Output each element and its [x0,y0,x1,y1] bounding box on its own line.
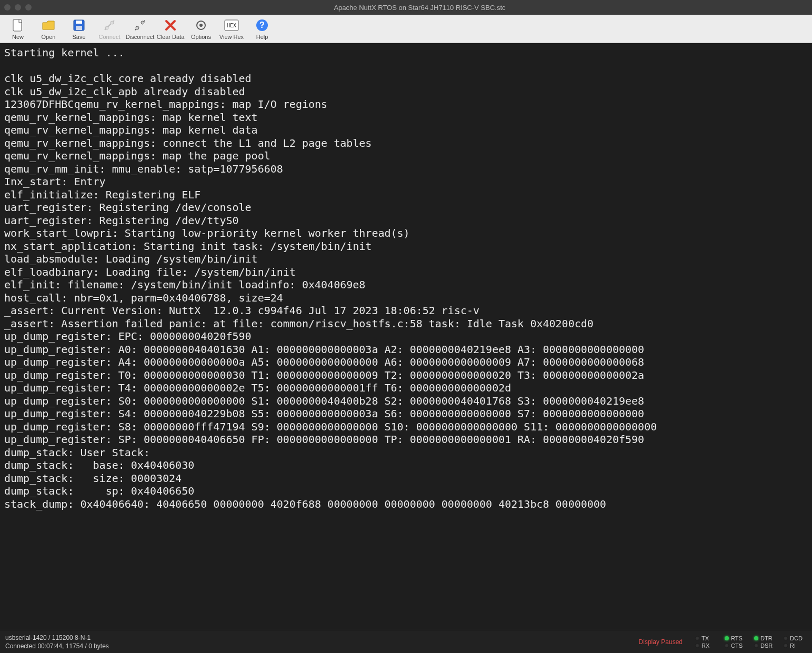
svg-rect-0 [13,19,22,31]
open-folder-icon [41,18,56,33]
hex-icon: HEX [224,18,239,33]
svg-point-9 [199,24,203,27]
zoom-window-button[interactable] [25,4,32,11]
svg-point-7 [141,21,144,24]
disconnect-plug-icon [133,18,147,33]
led-dsr: DSR [754,642,777,649]
led-tx: TX [695,635,718,641]
status-paused: Display Paused [631,638,690,646]
clear-data-label: Clear Data [157,34,185,40]
new-file-icon [11,18,25,33]
led-rts: RTS [725,635,748,641]
svg-rect-3 [76,26,82,30]
clear-data-button[interactable]: Clear Data [156,16,185,42]
save-disk-icon [72,18,86,33]
status-connected: Connected 00:07:44, 11754 / 0 bytes [5,642,626,650]
connect-plug-icon [102,18,117,33]
minimize-window-button[interactable] [15,4,21,11]
svg-text:?: ? [259,21,265,29]
svg-text:HEX: HEX [227,23,236,28]
save-label: Save [72,34,85,40]
close-window-button[interactable] [4,4,11,11]
window-title: Apache NuttX RTOS on Star64 JH7110 RISC-… [32,4,808,12]
statusbar-left: usbserial-1420 / 115200 8-N-1 Connected … [0,632,631,652]
led-dcd: DCD [784,635,807,641]
options-gear-icon [194,18,208,33]
window-titlebar: Apache NuttX RTOS on Star64 JH7110 RISC-… [0,0,812,15]
options-label: Options [191,34,211,40]
disconnect-button[interactable]: Disconnect [125,16,155,42]
status-port: usbserial-1420 / 115200 8-N-1 [5,634,626,641]
signal-leds: TX RTS DTR DCD RX CTS DSR RI [690,633,812,651]
svg-point-6 [136,26,139,29]
led-ri: RI [784,642,807,649]
svg-point-4 [105,26,108,29]
help-button[interactable]: ? Help [247,16,277,42]
new-label: New [12,34,24,40]
connect-label: Connect [99,34,121,40]
led-rx: RX [695,642,718,649]
help-icon: ? [255,18,269,33]
save-button[interactable]: Save [64,16,94,42]
clear-x-icon [163,18,178,33]
terminal-output[interactable]: Starting kernel ... clk u5_dw_i2c_clk_co… [0,43,812,630]
connect-button: Connect [95,16,124,42]
terminal-area: Starting kernel ... clk u5_dw_i2c_clk_co… [0,43,812,630]
toolbar: New Open Save Connect Disconnect Clear D… [0,15,812,43]
statusbar: usbserial-1420 / 115200 8-N-1 Connected … [0,630,812,653]
view-hex-label: View Hex [219,34,244,40]
traffic-lights [4,4,32,11]
help-label: Help [256,34,268,40]
new-button[interactable]: New [3,16,33,42]
open-button[interactable]: Open [34,16,63,42]
disconnect-label: Disconnect [126,34,154,40]
options-button[interactable]: Options [186,16,216,42]
led-dtr: DTR [754,635,777,641]
open-label: Open [42,34,56,40]
svg-point-5 [111,21,114,24]
svg-rect-2 [76,21,82,24]
led-cts: CTS [725,642,748,649]
view-hex-button[interactable]: HEX View Hex [217,16,246,42]
